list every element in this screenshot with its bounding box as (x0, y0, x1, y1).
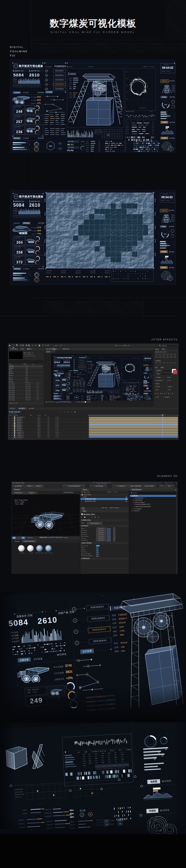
svg-text:000: 000 (123, 374, 124, 374)
svg-text:450: 450 (123, 364, 124, 364)
svg-text:Vertices: 176809: Vertices: 176809 (15, 501, 24, 503)
svg-text:300: 300 (123, 367, 124, 367)
svg-text:150: 150 (123, 370, 124, 371)
svg-text:600: 600 (127, 71, 128, 72)
svg-text:450: 450 (127, 78, 128, 79)
svg-text:000: 000 (127, 98, 128, 99)
svg-text:VA: VA (76, 397, 78, 398)
svg-text:RING DATA 00:01: RING DATA 00:01 (138, 107, 147, 108)
svg-text:Model: Multiple Models: Model: Multiple Models (15, 499, 28, 501)
svg-text:150: 150 (127, 92, 128, 93)
svg-text:300: 300 (127, 85, 128, 86)
svg-text:RING DATA 00:01: RING DATA 00:01 (130, 378, 135, 379)
svg-text:VA: VA (49, 145, 52, 148)
svg-text:600: 600 (123, 360, 124, 361)
svg-text:054: 054 (146, 376, 148, 378)
svg-text:054: 054 (164, 104, 167, 105)
svg-text:054: 054 (164, 233, 166, 235)
svg-text:Faces: 59898: Faces: 59898 (15, 503, 24, 505)
